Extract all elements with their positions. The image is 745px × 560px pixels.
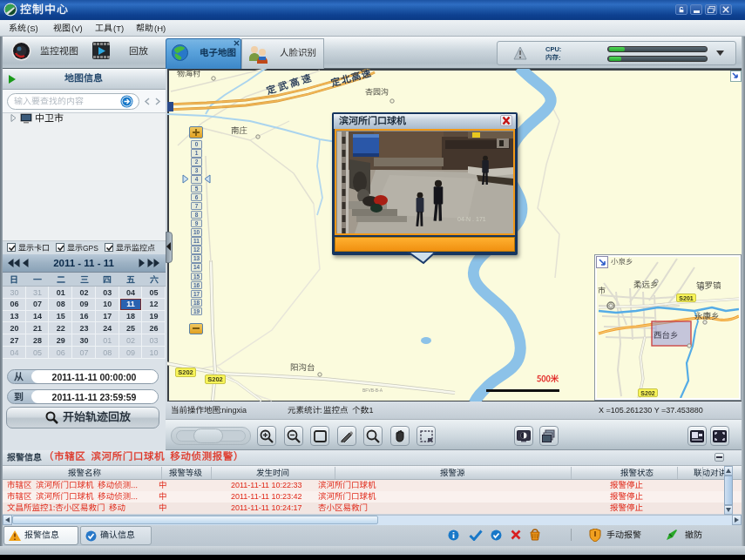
svg-text:04-N . 171: 04-N . 171	[457, 216, 486, 222]
